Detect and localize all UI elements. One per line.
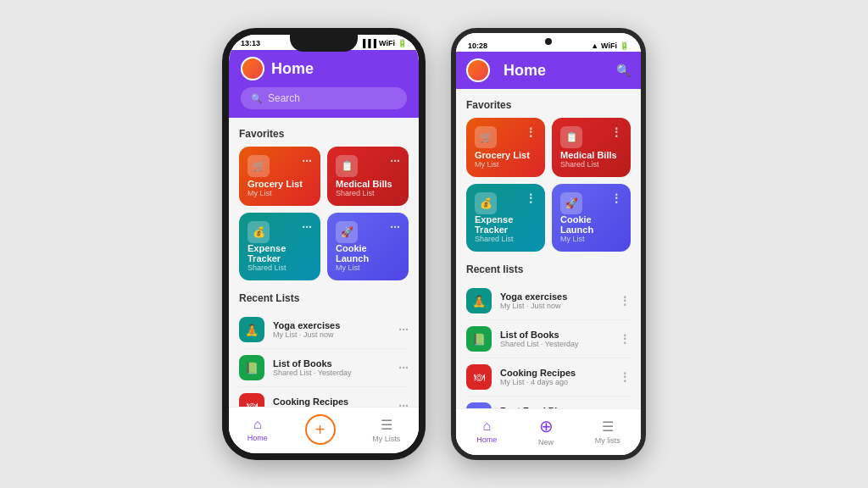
add-button[interactable]: + [305,414,336,445]
p2-cookie-sub: My List [560,235,622,243]
p2-books-name: List of Books [500,330,610,340]
fav-card-expense[interactable]: 💰 ··· Expense Tracker Shared List [239,213,320,280]
p2-nav-new-label: New [538,438,554,446]
medical-menu-dots[interactable]: ··· [390,155,400,167]
p2-yoga-meta: My List · Just now [500,302,610,310]
yoga-icon: 🧘 [239,317,264,342]
phone2-favorites-grid: 🛒 ⋮ Grocery List My List 📋 ⋮ [466,118,631,252]
phone2-time: 10:28 [468,42,487,50]
p2-cooking-dots[interactable]: ⋮ [619,370,631,384]
fav-card-grocery[interactable]: 🛒 ··· Grocery List My List [239,147,320,206]
phone1-search-bar[interactable]: 🔍 Search [241,87,407,109]
phone2-recent-list: 🧘 Yoga exercises My List · Just now ⋮ 📗 … [466,282,631,408]
nav-home[interactable]: ⌂ Home [248,417,268,442]
p2-nav-home[interactable]: ⌂ Home [476,419,497,444]
list-item[interactable]: 🍴 Best Food Places Shared List · Jan 12 … [466,396,631,408]
phone2-screen: 10:28 ▲ WiFi 🔋 Home 🔍 Favorites [456,33,641,455]
cookie-name: Cookie Launch [336,243,400,263]
books-name: List of Books [273,358,390,369]
p2-books-icon: 📗 [466,326,492,352]
p2-yoga-dots[interactable]: ⋮ [619,294,631,308]
home-icon: ⌂ [253,417,262,432]
phone1-avatar[interactable] [241,57,264,80]
grocery-sub: My List [248,189,312,197]
medical-name: Medical Bills [336,179,400,189]
grocery-icon: 🛒 [248,155,270,177]
p2-cookie-name: Cookie Launch [560,214,622,235]
p2-grocery-name: Grocery List [475,150,537,160]
p2-books-meta: Shared List · Yesterday [500,340,610,348]
p2-grocery-sub: My List [475,160,537,169]
p2-cooking-meta: My List · 4 days ago [500,378,610,386]
phone-android: 10:28 ▲ WiFi 🔋 Home 🔍 Favorites [451,28,646,460]
p2-home-icon: ⌂ [483,419,492,434]
p2-nav-new[interactable]: ⊕ New [538,416,554,446]
p2-books-dots[interactable]: ⋮ [619,332,631,346]
phone1-bottom-nav: ⌂ Home + ☰ My Lists [229,407,419,453]
list-item[interactable]: 🍽 Cooking Recipes My List · 4 days ago ·… [239,387,409,407]
nav-mylists-label: My Lists [372,435,400,443]
cooking-name: Cooking Recipes [273,396,390,407]
p2-medical-menu[interactable]: ⋮ [610,126,622,138]
phone1-content: Favorites 🛒 ··· Grocery List My List [229,118,419,407]
cooking-dots[interactable]: ··· [398,399,409,407]
p2-expense-name: Expense Tracker [475,214,537,235]
p2-medical-icon: 📋 [560,126,582,148]
nav-home-label: Home [248,434,268,442]
phone2-header: Home 🔍 [456,52,641,89]
phone1-search-text: Search [268,92,300,104]
p2-expense-icon: 💰 [475,192,497,214]
nav-mylists[interactable]: ☰ My Lists [372,417,400,443]
phone2-recent-title: Recent lists [466,263,631,275]
books-icon: 📗 [239,355,264,380]
iphone-notch [290,35,358,52]
search-icon: 🔍 [251,93,263,104]
cookie-sub: My List [336,263,400,272]
expense-name: Expense Tracker [248,243,312,263]
p2-fav-card-grocery[interactable]: 🛒 ⋮ Grocery List My List [466,118,545,177]
list-item[interactable]: 📗 List of Books Shared List · Yesterday … [239,349,409,387]
screenshot-container: 13:13 ▐▐▐ WiFi 🔋 Home 🔍 Search [0,0,868,488]
medical-icon: 📋 [336,155,358,177]
yoga-meta: My List · Just now [273,330,390,339]
expense-sub: Shared List [248,263,312,272]
yoga-dots[interactable]: ··· [398,323,409,336]
grocery-name: Grocery List [248,179,312,189]
android-camera [545,38,552,45]
p2-cookie-menu[interactable]: ⋮ [610,192,622,204]
books-dots[interactable]: ··· [398,361,409,374]
p2-fav-card-cookie[interactable]: 🚀 ⋮ Cookie Launch My List [552,184,631,252]
list-item[interactable]: 📗 List of Books Shared List · Yesterday … [466,320,631,358]
p2-nav-mylists[interactable]: ☰ My lists [595,419,620,445]
expense-menu-dots[interactable]: ··· [302,221,312,233]
grocery-menu-dots[interactable]: ··· [302,155,312,167]
phone2-avatar[interactable] [466,58,490,82]
p2-expense-sub: Shared List [475,235,537,243]
phone1-recent-list: 🧘 Yoga exercises My List · Just now ··· … [239,311,409,407]
p2-expense-menu[interactable]: ⋮ [525,192,537,204]
phone1-header: Home 🔍 Search [229,50,419,118]
list-item[interactable]: 🍽 Cooking Recipes My List · 4 days ago ⋮ [466,358,631,396]
phone2-favorites-title: Favorites [466,99,631,111]
list-item[interactable]: 🧘 Yoga exercises My List · Just now ⋮ [466,282,631,320]
p2-fav-card-medical[interactable]: 📋 ⋮ Medical Bills Shared List [552,118,631,177]
fav-card-medical[interactable]: 📋 ··· Medical Bills Shared List [327,147,409,206]
cooking-icon: 🍽 [239,393,264,407]
p2-nav-mylists-label: My lists [595,436,620,445]
phone2-bottom-nav: ⌂ Home ⊕ New ☰ My lists [456,408,641,455]
p2-food-icon: 🍴 [466,402,492,408]
p2-grocery-menu[interactable]: ⋮ [525,126,537,138]
expense-icon: 💰 [248,221,270,243]
phone-iphone: 13:13 ▐▐▐ WiFi 🔋 Home 🔍 Search [222,28,426,460]
cookie-menu-dots[interactable]: ··· [390,221,400,233]
p2-cooking-name: Cooking Recipes [500,368,610,378]
mylists-icon: ☰ [381,417,392,433]
p2-nav-home-label: Home [476,435,497,444]
list-item[interactable]: 🧘 Yoga exercises My List · Just now ··· [239,311,409,349]
nav-add[interactable]: + [305,414,336,445]
phone2-search-icon[interactable]: 🔍 [616,64,631,77]
fav-card-cookie[interactable]: 🚀 ··· Cookie Launch My List [327,213,409,280]
p2-fav-card-expense[interactable]: 💰 ⋮ Expense Tracker Shared List [466,184,545,252]
cookie-icon: 🚀 [336,221,358,243]
p2-grocery-icon: 🛒 [475,126,497,148]
